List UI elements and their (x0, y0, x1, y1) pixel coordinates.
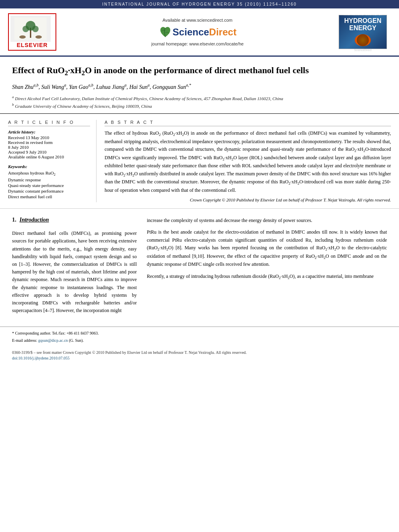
elsevier-tree-art (14, 18, 47, 40)
cover-top-text: International Journal of (343, 12, 382, 16)
email-label: E-mail address: (12, 338, 37, 343)
authors: Shan Zhua,b, Suli Wanga, Yan Gaoa,b, Luh… (12, 82, 387, 92)
article-info-column: A R T I C L E I N F O Article history: R… (8, 120, 97, 202)
accepted-date: Accepted 9 July 2010 (8, 150, 47, 154)
copyright-text: Crown Copyright © 2010 Published by Else… (105, 197, 391, 202)
svg-point-4 (32, 26, 39, 32)
keyword-2: Dynamic response (8, 177, 90, 182)
footnote-section: * Corresponding author. Tel./fax: +86 41… (0, 327, 399, 348)
elsevier-wordmark: ELSEVIER (10, 42, 54, 48)
keyword-4: Dynamic constant performance (8, 189, 90, 193)
history-label: Article history: (8, 129, 90, 134)
revised-date: 8 July 2010 (8, 145, 29, 150)
cover-main-title: HYDROGENENERGY (344, 17, 381, 31)
intro-left-text: Direct methanol fuel cells (DMFCs), as p… (12, 230, 137, 314)
header-section: ELSEVIER Available at www.sciencedirect.… (0, 8, 399, 57)
introduction-right-col: increase the complexity of systems and d… (147, 217, 387, 318)
svg-point-3 (23, 26, 29, 32)
available-text: Available at www.sciencedirect.com (64, 18, 331, 23)
keyword-3: Quasi-steady state performance (8, 183, 90, 188)
body-content: 1. Introduction Direct methanol fuel cel… (0, 209, 399, 327)
article-title: Effect of RuO2·xH2O in anode on the perf… (12, 65, 387, 78)
journal-cover: International Journal of HYDROGENENERGY … (339, 15, 391, 49)
doi-line: doi:10.1016/j.ijhydene.2010.07.055 (12, 355, 387, 361)
intro-right-text: increase the complexity of systems and d… (147, 217, 387, 281)
keywords-section: Keywords: Amorphous hydrous RuO2 Dynamic… (8, 164, 90, 199)
affiliations: a Direct Alcohol Fuel Cell Laboratory, D… (12, 94, 387, 109)
corresponding-author-note: * Corresponding author. Tel./fax: +86 41… (12, 330, 387, 336)
email-address: gqsun@dicp.ac.cn (38, 338, 68, 343)
title-section: Effect of RuO2·xH2O in anode on the perf… (0, 57, 399, 114)
email-note: E-mail address: gqsun@dicp.ac.cn (G. Sun… (12, 337, 387, 343)
bottom-note-section: 0360-3199/$ – see front matter Crown Cop… (0, 348, 399, 363)
abstract-label: A B S T R A C T (105, 120, 391, 126)
keyword-1: Amorphous hydrous RuO2 (8, 170, 90, 177)
section-number: 1. (12, 217, 16, 223)
introduction-two-col: 1. Introduction Direct methanol fuel cel… (12, 217, 387, 318)
section-heading: Introduction (20, 217, 49, 223)
article-info-abstract: A R T I C L E I N F O Article history: R… (0, 114, 399, 209)
sciencedirect-wordmark: ScienceDirect (173, 27, 237, 38)
sciencedirect-logo: ScienceDirect (64, 25, 331, 39)
received-date: Received 13 May 2010 (8, 135, 49, 140)
sciencedirect-leaf-icon (158, 25, 173, 39)
keywords-label: Keywords: (8, 164, 90, 169)
elsevier-logo: ELSEVIER (8, 13, 56, 51)
available-online-date: Available online 6 August 2010 (8, 154, 64, 159)
email-suffix: (G. Sun). (69, 338, 84, 343)
cover-bottom-text: ScienceDirect (354, 49, 371, 51)
history-section: Article history: Received 13 May 2010 Re… (8, 129, 90, 159)
header-center: Available at www.sciencedirect.com Scien… (56, 18, 339, 46)
issn-line: 0360-3199/$ – see front matter Crown Cop… (12, 350, 387, 355)
journal-homepage-text: journal homepage: www.elsevier.com/locat… (64, 41, 331, 46)
abstract-column: A B S T R A C T The effect of hydrous Ru… (105, 120, 391, 202)
keyword-5: Direct methanol fuel cell (8, 194, 90, 199)
article-info-label: A R T I C L E I N F O (8, 120, 90, 126)
svg-point-5 (19, 35, 26, 39)
svg-point-6 (35, 35, 42, 39)
received-revised-label: Received in revised form (8, 140, 53, 145)
abstract-text: The effect of hydrous RuO2 (RuO2·xH2O) i… (105, 129, 391, 194)
journal-header-text: INTERNATIONAL JOURNAL OF HYDROGEN ENERGY… (102, 2, 297, 6)
introduction-left-col: 1. Introduction Direct methanol fuel cel… (12, 217, 137, 318)
journal-header-bar: INTERNATIONAL JOURNAL OF HYDROGEN ENERGY… (0, 0, 399, 8)
